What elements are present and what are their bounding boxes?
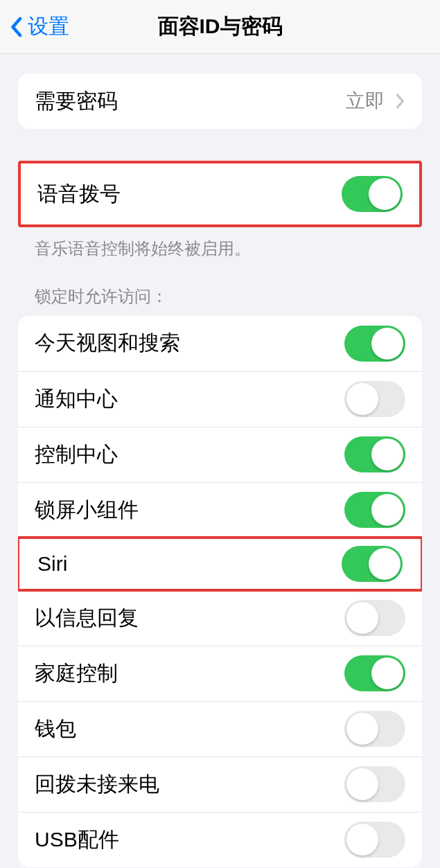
row-label: 钱包 (35, 715, 76, 743)
lock-access-row: USB配件 (18, 812, 422, 867)
navigation-bar: 设置 面容ID与密码 (0, 0, 440, 54)
row-value-container: 立即 (346, 88, 405, 114)
back-label: 设置 (28, 12, 69, 41)
back-button[interactable]: 设置 (0, 12, 69, 41)
lock-access-toggle[interactable] (342, 546, 403, 582)
row-label: 控制中心 (35, 441, 118, 469)
lock-access-toggle[interactable] (344, 436, 405, 472)
row-label: 通知中心 (35, 385, 118, 414)
row-label: 锁屏小组件 (35, 496, 139, 524)
lock-access-row: 以信息回复 (18, 590, 422, 646)
toggle-knob (371, 657, 403, 689)
toggle-knob (346, 768, 378, 800)
lock-access-row: 锁屏小组件 (18, 482, 422, 538)
toggle-knob (346, 602, 378, 634)
row-label: 需要密码 (35, 87, 118, 116)
row-label: 回拨未接来电 (35, 770, 159, 799)
row-label: 语音拨号 (37, 180, 121, 209)
lock-access-row: 控制中心 (18, 427, 422, 482)
lock-access-row: 钱包 (18, 701, 422, 756)
row-label: 家庭控制 (35, 659, 118, 688)
lock-access-header: 锁定时允许访问： (0, 285, 440, 316)
toggle-knob (371, 328, 403, 360)
toggle-knob (346, 824, 378, 856)
content: 需要密码 立即 语音拨号 音乐语音控制将始终被启用。 锁定时允许访问： 今天视图… (0, 73, 440, 868)
row-value: 立即 (346, 88, 385, 114)
lock-access-toggle[interactable] (344, 655, 405, 691)
row-label: 以信息回复 (35, 604, 139, 632)
voice-dial-group: 语音拨号 (18, 161, 422, 227)
voice-dial-toggle[interactable] (342, 176, 403, 212)
row-label: 今天视图和搜索 (35, 329, 180, 357)
lock-access-toggle[interactable] (344, 381, 405, 417)
toggle-knob (371, 494, 403, 526)
lock-access-row: 家庭控制 (18, 646, 422, 701)
lock-access-toggle[interactable] (344, 600, 405, 636)
lock-access-toggle[interactable] (344, 326, 405, 362)
passcode-group: 需要密码 立即 (18, 73, 422, 129)
voice-dial-row: 语音拨号 (21, 163, 419, 224)
toggle-knob (346, 383, 378, 415)
chevron-right-icon (396, 94, 405, 109)
toggle-knob (369, 548, 401, 580)
lock-access-toggle[interactable] (344, 822, 405, 858)
lock-access-row: 回拨未接来电 (18, 756, 422, 812)
chevron-left-icon (10, 17, 22, 37)
toggle-knob (371, 439, 403, 470)
lock-access-toggle[interactable] (344, 711, 405, 747)
lock-access-toggle[interactable] (344, 492, 405, 528)
lock-access-row: Siri (18, 536, 422, 592)
voice-dial-footer: 音乐语音控制将始终被启用。 (0, 227, 440, 260)
row-label: USB配件 (35, 826, 119, 854)
toggle-knob (346, 713, 378, 745)
lock-access-group: 今天视图和搜索通知中心控制中心锁屏小组件Siri以信息回复家庭控制钱包回拨未接来… (18, 316, 422, 867)
require-passcode-row[interactable]: 需要密码 立即 (18, 73, 422, 129)
lock-access-toggle[interactable] (344, 766, 405, 802)
page-title: 面容ID与密码 (158, 12, 283, 41)
lock-access-row: 今天视图和搜索 (18, 316, 422, 371)
row-label: Siri (37, 552, 67, 576)
lock-access-row: 通知中心 (18, 371, 422, 427)
toggle-knob (369, 178, 401, 210)
